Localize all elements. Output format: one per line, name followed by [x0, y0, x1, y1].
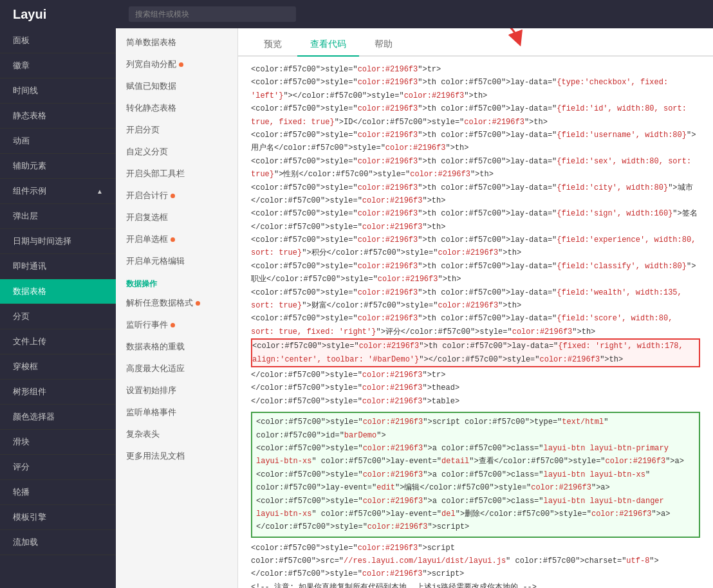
sidebar-item[interactable]: 模板引擎	[0, 505, 116, 530]
mid-nav-item[interactable]: 开启复选框	[116, 207, 237, 228]
dot-indicator	[171, 194, 175, 198]
code-line: <color:#f57c00">style="color:#2196f3">th…	[251, 234, 700, 260]
code-line: </color:#f57c00">style="color:#2196f3">t…	[251, 369, 700, 381]
mid-nav-item[interactable]: 列宽自动分配	[116, 53, 237, 75]
tab[interactable]: 预览	[251, 33, 295, 55]
sidebar-item[interactable]: 面板	[0, 28, 116, 53]
search-box[interactable]	[129, 6, 296, 22]
sidebar-item[interactable]: 分页	[0, 304, 116, 329]
dot-indicator	[171, 237, 175, 242]
mid-nav-item[interactable]: 高度最大化适应	[116, 358, 237, 380]
code-line: <color:#f57c00">style="color:#2196f3">th…	[251, 102, 700, 129]
mid-nav-item[interactable]: 更多用法见文档	[116, 445, 237, 467]
mid-nav-item[interactable]: 开启单选框	[116, 228, 237, 250]
mid-nav-item[interactable]: 简单数据表格	[116, 32, 237, 53]
mid-nav-item[interactable]: 监听单格事件	[116, 401, 237, 423]
mid-nav-item[interactable]: 自定义分页	[116, 141, 237, 163]
mid-nav-item[interactable]: 开启头部工具栏	[116, 163, 237, 185]
mid-nav-item[interactable]: 监听行事件	[116, 314, 237, 336]
main-wrap: 面板徽章时间线静态表格动画辅助元素组件示例▲弹出层日期与时间选择即时通讯数据表格…	[0, 28, 713, 588]
mid-nav: 简单数据表格列宽自动分配赋值已知数据转化静态表格开启分页自定义分页开启头部工具栏…	[116, 28, 238, 588]
mid-nav-item[interactable]: 设置初始排序	[116, 380, 237, 401]
code-line: <color:#f57c00">style="color:#2196f3">th…	[251, 312, 700, 338]
sidebar-item[interactable]: 即时通讯	[0, 254, 116, 279]
code-line: <color:#f57c00">style="color:#2196f3">th…	[251, 76, 700, 102]
sidebar-item[interactable]: 颜色选择器	[0, 405, 116, 430]
mid-nav-item[interactable]: 开启合计行	[116, 185, 237, 207]
code-area: <color:#f57c00">style="color:#2196f3">tr…	[238, 57, 713, 588]
sidebar-item[interactable]: 静态表格	[0, 104, 116, 129]
tab[interactable]: 帮助	[362, 33, 405, 55]
sidebar-item[interactable]: 流加载	[0, 530, 116, 555]
tabs: 预览查看代码帮助	[238, 28, 713, 57]
sidebar-item[interactable]: 日期与时间选择	[0, 229, 116, 254]
mid-nav-item[interactable]: 数据表格的重载	[116, 336, 237, 358]
code-line: </color:#f57c00">style="color:#2196f3">t…	[251, 381, 700, 394]
header: Layui	[0, 0, 713, 28]
mid-nav-item[interactable]: 开启单元格编辑	[116, 250, 237, 272]
sidebar: 面板徽章时间线静态表格动画辅助元素组件示例▲弹出层日期与时间选择即时通讯数据表格…	[0, 28, 116, 588]
sidebar-item[interactable]: 评分	[0, 455, 116, 480]
sidebar-item[interactable]: 轮播	[0, 480, 116, 505]
logo: Layui	[13, 7, 129, 22]
code-line: </color:#f57c00">style="color:#2196f3">t…	[251, 395, 700, 408]
sidebar-item[interactable]: 时间线	[0, 78, 116, 104]
mid-nav-item[interactable]: 复杂表头	[116, 423, 237, 445]
sidebar-item[interactable]: 组件示例▲	[0, 179, 116, 204]
dot-indicator	[171, 323, 175, 327]
mid-nav-section-title: 数据操作	[116, 272, 237, 292]
mid-nav-item[interactable]: 赋值已知数据	[116, 75, 237, 97]
code-line: <color:#f57c00">style="color:#2196f3">sc…	[251, 542, 700, 581]
sidebar-item[interactable]: 滑块	[0, 430, 116, 455]
code-line: <color:#f57c00">style="color:#2196f3">tr…	[251, 63, 700, 76]
code-line: <color:#f57c00">style="color:#2196f3">th…	[251, 155, 700, 181]
code-line: <color:#f57c00">style="color:#2196f3">th…	[251, 129, 700, 155]
mid-nav-item[interactable]: 开启分页	[116, 119, 237, 141]
sidebar-item[interactable]: 树形组件	[0, 380, 116, 405]
dot-indicator	[196, 301, 200, 306]
tab[interactable]: 查看代码	[297, 33, 359, 57]
dot-indicator	[179, 62, 183, 67]
sidebar-item[interactable]: 数据表格	[0, 279, 116, 304]
mid-nav-item[interactable]: 转化静态表格	[116, 97, 237, 119]
code-line: <color:#f57c00">style="color:#2196f3">th…	[251, 207, 700, 234]
sidebar-item[interactable]: 弹出层	[0, 204, 116, 229]
sidebar-item[interactable]: 徽章	[0, 53, 116, 78]
code-line: <color:#f57c00">style="color:#2196f3">th…	[251, 286, 700, 313]
code-highlighted-red: <color:#f57c00">style="color:#2196f3">th…	[251, 338, 700, 367]
content: 预览查看代码帮助 <color:#f57c00">style="color:#2…	[238, 28, 713, 588]
sidebar-item[interactable]: 穿梭框	[0, 354, 116, 380]
sidebar-item[interactable]: 文件上传	[0, 329, 116, 354]
sidebar-item[interactable]: 辅助元素	[0, 154, 116, 179]
search-input[interactable]	[129, 6, 296, 22]
mid-nav-item[interactable]: 解析任意数据格式	[116, 292, 237, 314]
code-line: <!-- 注意: 如果你直接复制所有代码到本地, 上述js路径需要改成你本地的 …	[251, 581, 700, 588]
code-line: <color:#f57c00">style="color:#2196f3">th…	[251, 181, 700, 208]
code-highlighted-green: <color:#f57c00">style="color:#2196f3">sc…	[251, 412, 700, 538]
code-line: <color:#f57c00">style="color:#2196f3">th…	[251, 260, 700, 286]
sidebar-item[interactable]: 动画	[0, 129, 116, 154]
